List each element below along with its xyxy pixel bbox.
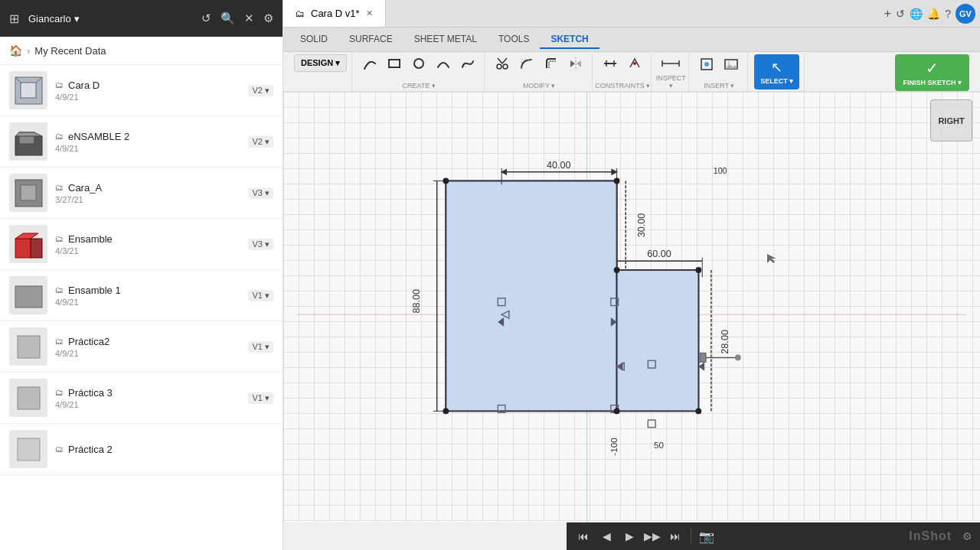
svg-rect-11 — [31, 239, 42, 258]
sidebar-item-ensamble1[interactable]: 🗂 Ensamble 1 4/9/21 V1 ▾ — [0, 270, 283, 321]
item-name-cara-a: 🗂 Cara_A — [55, 182, 240, 194]
bottom-sep — [691, 529, 691, 544]
version-practica3[interactable]: V1 ▾ — [248, 392, 273, 404]
item-name-cara-d: 🗂 Cara D — [55, 80, 240, 91]
tab-surface[interactable]: SURFACE — [338, 31, 403, 49]
user-chevron: ▾ — [74, 13, 80, 24]
constraint-horizontal-tool[interactable] — [599, 54, 622, 73]
user-menu[interactable]: Giancarlo ▾ — [28, 11, 80, 26]
create-label: CREATE ▾ — [354, 82, 484, 89]
user-avatar[interactable]: GV — [956, 4, 975, 24]
svg-line-20 — [498, 58, 502, 63]
svg-text:40.00: 40.00 — [547, 160, 571, 171]
sidebar-item-practica2[interactable]: 🗂 Práctica2 4/9/21 V1 ▾ — [0, 321, 283, 373]
sidebar-item-cara-d[interactable]: 🗂 Cara D 4/9/21 V2 ▾ — [0, 65, 283, 116]
version-cara-a[interactable]: V3 ▾ — [248, 187, 273, 199]
canvas-area[interactable]: 40.00 60.00 88.00 30.00 — [283, 92, 980, 522]
finish-sketch-btn[interactable]: ✓ FINISH SKETCH ▾ — [895, 54, 969, 91]
play-btn[interactable]: ▶ — [620, 530, 639, 542]
fillet-tool[interactable] — [515, 54, 538, 73]
thumb-cara-d — [9, 71, 47, 109]
inspect-group: INSPECT ▾ — [653, 53, 689, 91]
sidebar-item-practica3[interactable]: 🗂 Práctica 3 4/9/21 V1 ▾ — [0, 373, 283, 424]
offset-tool[interactable] — [540, 54, 563, 73]
project-tool[interactable] — [695, 54, 718, 74]
play-prev-btn[interactable]: ◀ — [597, 530, 616, 542]
sidebar-item-practica2b[interactable]: 🗂 Práctica 2 — [0, 424, 283, 475]
settings-gear-icon[interactable]: ⚙ — [263, 11, 273, 25]
item-info-cara-d: 🗂 Cara D 4/9/21 — [55, 80, 240, 102]
version-ensamble1[interactable]: V1 ▾ — [248, 290, 273, 301]
svg-rect-9 — [15, 239, 31, 258]
view-cube[interactable]: RIGHT — [930, 99, 972, 142]
mirror-tool[interactable] — [564, 54, 587, 73]
svg-point-18 — [497, 64, 501, 69]
tab-help-icon[interactable]: ? — [945, 8, 951, 20]
item-name-practica3: 🗂 Práctica 3 — [55, 387, 240, 399]
play-start-btn[interactable]: ⏮ — [574, 530, 593, 542]
item-info-cara-a: 🗂 Cara_A 3/27/21 — [55, 182, 240, 204]
finish-sketch-label: FINISH SKETCH ▾ — [903, 79, 962, 86]
item-name-ensamble2: 🗂 eNSAMBLE 2 — [55, 131, 240, 142]
trim-tool[interactable] — [491, 54, 514, 73]
sidebar-item-cara-a[interactable]: 🗂 Cara_A 3/27/21 V3 ▾ — [0, 168, 283, 219]
thumb-cara-a — [9, 174, 47, 212]
svg-rect-15 — [18, 438, 40, 461]
tab-sheet-metal[interactable]: SHEET METAL — [403, 31, 488, 49]
arc-tool[interactable] — [432, 54, 455, 73]
play-end-btn[interactable]: ⏭ — [666, 530, 684, 542]
search-icon[interactable]: 🔍 — [220, 11, 235, 25]
item-info-practica2b: 🗂 Práctica 2 — [55, 444, 273, 455]
tab-close-btn[interactable]: ✕ — [366, 8, 373, 18]
play-next-btn[interactable]: ▶▶ — [643, 530, 662, 542]
svg-text:100: 100 — [714, 166, 727, 175]
view-cube-label: RIGHT — [938, 116, 964, 125]
svg-point-19 — [503, 64, 508, 69]
design-btn[interactable]: DESIGN ▾ — [294, 54, 347, 72]
finish-sketch-group: ✓ FINISH SKETCH ▾ — [890, 53, 974, 91]
select-btn[interactable]: ↖ SELECT ▾ — [754, 54, 799, 89]
item-type-icon7: 🗂 — [55, 388, 64, 397]
spline-tool[interactable] — [456, 54, 479, 73]
tab-cara-d[interactable]: 🗂 Cara D v1* ✕ — [283, 0, 386, 27]
close-icon[interactable]: ✕ — [244, 11, 254, 25]
item-name-practica2b: 🗂 Práctica 2 — [55, 444, 273, 455]
svg-text:30.00: 30.00 — [636, 213, 647, 238]
tab-tools[interactable]: TOOLS — [488, 31, 540, 49]
item-name-practica2: 🗂 Práctica2 — [55, 336, 240, 347]
tab-sketch[interactable]: SKETCH — [540, 31, 599, 49]
svg-point-70 — [614, 408, 620, 415]
sidebar-item-ensamble2[interactable]: 🗂 eNSAMBLE 2 4/9/21 V2 ▾ — [0, 116, 283, 168]
refresh-icon[interactable]: ↺ — [201, 11, 211, 25]
bottom-bar: ⏮ ◀ ▶ ▶▶ ⏭ 📷 InShot ⚙ — [567, 522, 980, 550]
home-icon[interactable]: 🏠 — [9, 44, 22, 57]
sidebar-item-ensamble[interactable]: 🗂 Ensamble 4/3/21 V3 ▾ — [0, 219, 283, 270]
svg-marker-77 — [698, 362, 704, 371]
settings-icon-bottom[interactable]: ⚙ — [962, 530, 972, 542]
create-group: CREATE ▾ — [354, 53, 485, 91]
item-type-icon: 🗂 — [55, 80, 64, 89]
circle-tool[interactable] — [407, 54, 430, 73]
version-cara-d[interactable]: V2 ▾ — [248, 85, 273, 96]
tab-refresh-icon[interactable]: ↺ — [896, 8, 905, 20]
tab-globe-icon[interactable]: 🌐 — [910, 8, 923, 20]
item-name-ensamble1: 🗂 Ensamble 1 — [55, 285, 240, 296]
version-practica2[interactable]: V1 ▾ — [248, 341, 273, 353]
camera-btn[interactable]: 📷 — [697, 529, 716, 544]
line-tool[interactable] — [358, 54, 381, 73]
grid-icon[interactable]: ⊞ — [9, 11, 19, 26]
svg-rect-1 — [21, 83, 36, 98]
tab-solid[interactable]: SOLID — [289, 31, 338, 49]
version-ensamble[interactable]: V3 ▾ — [248, 239, 273, 250]
thumb-practica2 — [9, 327, 47, 366]
svg-text:28.00: 28.00 — [720, 330, 730, 354]
new-tab-btn[interactable]: + — [884, 7, 891, 21]
version-ensamble2[interactable]: V2 ▾ — [248, 136, 273, 148]
rectangle-tool[interactable] — [383, 54, 406, 73]
select-icon: ↖ — [771, 59, 782, 76]
insert-image-tool[interactable] — [720, 54, 743, 74]
measure-tool[interactable] — [658, 54, 684, 73]
tab-label: Cara D v1* — [311, 8, 360, 19]
tab-bell-icon[interactable]: 🔔 — [927, 8, 940, 20]
constraint-vertical-tool[interactable] — [623, 54, 646, 73]
